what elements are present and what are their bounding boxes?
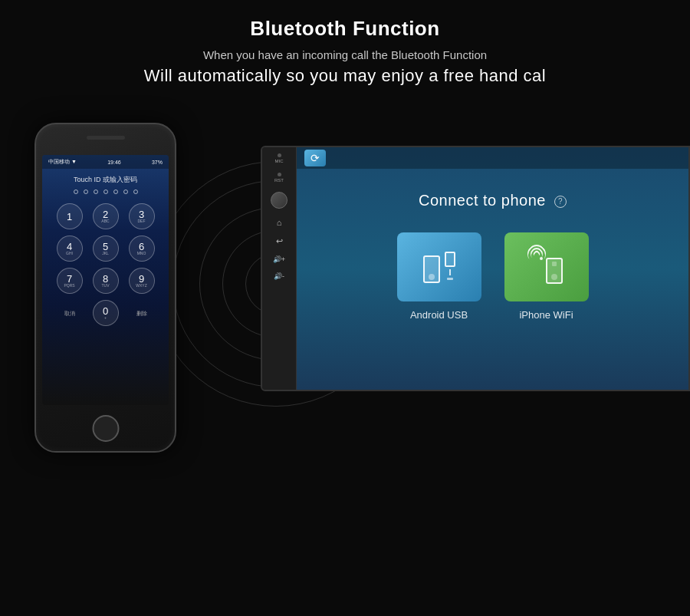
stereo-top-bar: ⟳ — [297, 147, 688, 169]
iphone-wifi-icon — [527, 248, 566, 286]
page-wrapper: Bluetooth Function When you have an inco… — [0, 0, 690, 575]
iphone-wifi-button[interactable] — [504, 232, 589, 301]
volume-down-icon[interactable]: 🔊- — [274, 272, 284, 280]
back-control[interactable]: ↩ — [276, 236, 283, 246]
phone-dots — [42, 189, 169, 194]
subtitle2: Will automatically so you may enjoy a fr… — [0, 66, 690, 86]
iphone-wifi-option[interactable]: iPhone WiFi — [504, 232, 589, 321]
keypad-row-3: 7PQRS 8TUV 9WXYZ — [51, 268, 159, 294]
home-icon[interactable]: ⌂ — [277, 218, 282, 227]
phone-status-bar: 中国移动 ▼ 19:46 37% — [42, 155, 169, 169]
mic-dot — [278, 153, 281, 157]
subtitle1: When you have an incoming call the Bluet… — [0, 48, 690, 61]
vol-down-control[interactable]: 🔊- — [274, 272, 284, 280]
android-usb-label: Android USB — [410, 309, 468, 321]
vol-up-control[interactable]: 🔊+ — [273, 255, 285, 263]
key-8[interactable]: 8TUV — [93, 268, 119, 294]
dot-1 — [74, 189, 78, 194]
android-usb-option[interactable]: Android USB — [397, 232, 481, 321]
volume-up-icon[interactable]: 🔊+ — [273, 255, 285, 263]
connect-title: Connect to phone ? — [297, 192, 688, 209]
key-delete[interactable]: 删除 — [129, 300, 155, 326]
iphone-wifi-label: iPhone WiFi — [519, 309, 573, 321]
dot-4 — [104, 189, 108, 194]
stereo-app-icon-symbol: ⟳ — [310, 152, 320, 164]
key-6[interactable]: 6MNO — [129, 236, 155, 262]
home-control[interactable]: ⌂ — [277, 218, 282, 227]
title-section: Bluetooth Function When you have an inco… — [0, 0, 690, 92]
key-0[interactable]: 0+ — [93, 300, 119, 326]
key-2[interactable]: 2ABC — [93, 203, 119, 229]
rst-control: RST — [274, 173, 284, 183]
mic-label: MIC — [275, 159, 284, 163]
dot-2 — [84, 189, 88, 194]
dot-5 — [113, 189, 118, 194]
car-stereo: MIC RST ⌂ ↩ 🔊+ — [261, 146, 690, 391]
dot-3 — [94, 189, 98, 194]
back-icon[interactable]: ↩ — [276, 236, 283, 246]
dot-7 — [133, 189, 138, 194]
stereo-body: MIC RST ⌂ ↩ 🔊+ — [261, 146, 690, 391]
mic-control: MIC — [275, 153, 284, 163]
phone-battery: 37% — [152, 160, 163, 165]
iphone-device: 中国移动 ▼ 19:46 37% Touch ID 或输入密码 — [34, 123, 203, 468]
key-4[interactable]: 4GHI — [57, 236, 83, 262]
stereo-app-icon[interactable]: ⟳ — [304, 150, 326, 166]
key-3[interactable]: 3DEF — [129, 203, 155, 229]
keypad-row-1: 1 2ABC 3DEF — [51, 203, 159, 229]
android-usb-button[interactable] — [397, 232, 481, 301]
main-title: Bluetooth Function — [0, 17, 690, 41]
key-5[interactable]: 5JKL — [93, 236, 119, 262]
key-7[interactable]: 7PQRS — [57, 268, 83, 294]
phone-keypad: 1 2ABC 3DEF 4GHI 5JKL 6MNO 7PQRS 8TUV — [42, 203, 169, 326]
dot-6 — [123, 189, 128, 194]
phone-speaker — [87, 136, 125, 140]
key-9[interactable]: 9WXYZ — [129, 268, 155, 294]
help-icon[interactable]: ? — [554, 196, 567, 208]
key-1[interactable]: 1 — [57, 203, 83, 229]
phone-home-button[interactable] — [92, 415, 119, 442]
key-empty-left: 取消 — [57, 300, 83, 326]
connect-options: Android USB — [297, 232, 688, 321]
phone-time: 19:46 — [107, 160, 121, 165]
power-button[interactable] — [271, 192, 288, 209]
stereo-screen: ⟳ Connect to phone ? — [297, 147, 688, 390]
stereo-controls: MIC RST ⌂ ↩ 🔊+ — [262, 147, 297, 390]
phone-body: 中国移动 ▼ 19:46 37% Touch ID 或输入密码 — [34, 123, 176, 453]
phone-lock-text: Touch ID 或输入密码 — [42, 175, 169, 185]
rst-dot — [278, 173, 281, 176]
content-area: 中国移动 ▼ 19:46 37% Touch ID 或输入密码 — [0, 100, 690, 575]
keypad-row-4: 取消 0+ 删除 — [51, 300, 159, 326]
android-usb-icon — [423, 252, 455, 283]
keypad-row-2: 4GHI 5JKL 6MNO — [51, 236, 159, 262]
phone-carrier: 中国移动 ▼ — [48, 158, 77, 166]
power-control[interactable] — [271, 192, 288, 209]
phone-screen: 中国移动 ▼ 19:46 37% Touch ID 或输入密码 — [42, 155, 169, 405]
rst-label: RST — [274, 178, 284, 183]
